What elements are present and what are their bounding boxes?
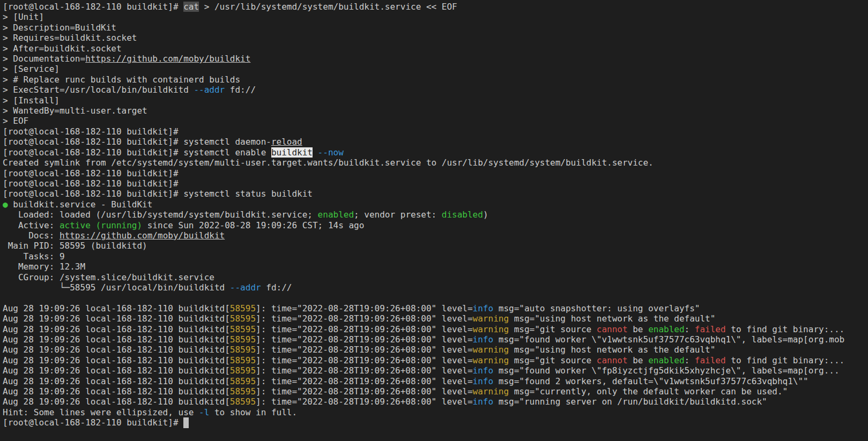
terminal-text: [root@local-168-182-110 buildkit]# syste… [3,189,313,199]
command-text: > /usr/lib/systemd/system/buildkit.servi… [199,2,457,12]
terminal-text: enabled [648,324,684,334]
pid: 58595 [230,386,256,397]
terminal-text: ]: time="2022-08-28T19:09:26+08:00" leve… [256,376,473,386]
terminal-text: ]: time="2022-08-28T19:09:26+08:00" leve… [256,334,473,345]
prompt: [root@local-168-182-110 buildkit]# [3,178,179,189]
terminal-text: > WantedBy=multi-user.target [3,106,147,116]
terminal-text: ]: time="2022-08-28T19:09:26+08:00" leve… [256,397,473,407]
terminal-line: > Requires=buildkit.socket [3,33,868,43]
terminal-output: [root@local-168-182-110 buildkit]# cat >… [3,2,868,428]
terminal-line: Aug 28 19:09:26 local-168-182-110 buildk… [3,324,868,334]
terminal-text: enabled [648,355,684,365]
flag-l: -l [199,407,209,417]
terminal-line: Docs: https://github.com/moby/buildkit [3,230,868,241]
tasks-count: Tasks: 9 [3,251,65,261]
log-level-info: info [473,303,494,313]
terminal-line: > [Install] [3,95,868,106]
terminal-line: Hint: Some lines were ellipsized, use -l… [3,407,868,417]
log-level-info: info [473,365,494,376]
terminal-line: [root@local-168-182-110 buildkit]# syste… [3,147,868,158]
terminal-line: Memory: 12.3M [3,261,868,272]
terminal-line: [root@local-168-182-110 buildkit]# syste… [3,189,868,199]
terminal-line: > Description=BuildKit [3,23,868,33]
pid: 58595 [230,365,256,376]
cgroup-path: CGroup: /system.slice/buildkit.service [3,272,214,282]
terminal-text: [root@local-168-182-110 buildkit]# syste… [3,137,271,147]
service-title: buildkit.service - BuildKit [8,199,153,210]
terminal-line: Created symlink from /etc/systemd/system… [3,158,868,168]
pid: 58595 [230,376,256,386]
terminal-text: Aug 28 19:09:26 local-168-182-110 buildk… [3,355,230,365]
terminal-text: : [685,324,695,334]
terminal-line: Aug 28 19:09:26 local-168-182-110 buildk… [3,313,868,324]
flag-now: --now [318,147,344,158]
terminal-text: ]: time="2022-08-28T19:09:26+08:00" leve… [256,355,473,365]
terminal-text: > After=buildkit.socket [3,43,122,54]
terminal-text: to find git binary:... [726,324,845,334]
terminal-text: to find git binary:... [726,355,845,365]
doc-url-link[interactable]: https://github.com/moby/buildkit [60,230,225,241]
log-level-warning: warning [473,355,509,365]
pid: 58595 [230,334,256,345]
terminal-line: > [Service] [3,64,868,74]
main-pid: Main PID: 58595 (buildkitd) [3,241,147,251]
log-level-info: info [473,334,494,345]
terminal-text: Docs: [3,230,60,241]
status-dot: ● [3,199,8,210]
log-level-warning: warning [473,324,509,334]
terminal-text: : [685,355,695,365]
log-level-warning: warning [473,345,509,355]
terminal-line: Aug 28 19:09:26 local-168-182-110 buildk… [3,303,868,313]
terminal-line: Aug 28 19:09:26 local-168-182-110 buildk… [3,355,868,365]
highlighted-command: cat [183,2,199,12]
active-state: active (running) [60,220,142,230]
terminal-text: Created symlink from /etc/systemd/system… [3,158,654,168]
terminal-text: cannot [597,355,628,365]
pid: 58595 [230,324,256,334]
terminal-text: Aug 28 19:09:26 local-168-182-110 buildk… [3,313,230,324]
terminal-text: Aug 28 19:09:26 local-168-182-110 buildk… [3,345,230,355]
terminal-text: msg="using host network as the default" [509,345,715,355]
enabled-state: enabled [318,210,354,220]
terminal-text: failed [695,355,726,365]
terminal-line: Loaded: loaded (/usr/lib/systemd/system/… [3,210,868,220]
doc-url-link[interactable]: https://github.com/moby/buildkit [85,54,250,64]
terminal-text: > EOF [3,116,28,126]
terminal-line: Tasks: 9 [3,251,868,261]
terminal-window[interactable]: [root@local-168-182-110 buildkit]# cat >… [0,0,868,441]
terminal-text: reload [271,137,302,147]
log-level-warning: warning [473,313,509,324]
terminal-line: └─58595 /usr/local/bin/buildkitd --addr … [3,282,868,293]
terminal-text: msg="git source [509,355,597,365]
terminal-text: > ExecStart=/usr/local/bin/buildkitd [3,85,194,95]
pid: 58595 [230,345,256,355]
terminal-text: ; vendor preset: [354,210,442,220]
terminal-line: > Documentation=https://github.com/moby/… [3,54,868,64]
terminal-text: msg="found worker \"v1wwtsnk5uf37577c63v… [493,334,844,345]
terminal-text: > [Install] [3,95,60,106]
terminal-text: msg="found worker \"fp8iyzctjfg5dkik5xhy… [493,365,839,376]
terminal-line: > [Unit] [3,12,868,22]
terminal-line [3,293,868,303]
terminal-text: since Sun 2022-08-28 19:09:26 CST; 14s a… [142,220,364,230]
terminal-text: msg="currently, only the default worker … [509,386,788,397]
flag-addr: --addr [230,282,261,293]
terminal-text: Active: [3,220,60,230]
terminal-text: msg="found 2 workers, default=\"v1wwtsnk… [493,376,808,386]
terminal-text: be [628,355,649,365]
terminal-text: Loaded: loaded (/usr/lib/systemd/system/… [3,210,318,220]
terminal-text: ]: time="2022-08-28T19:09:26+08:00" leve… [256,365,473,376]
vendor-preset-state: disabled [442,210,483,220]
terminal-text: > [Service] [3,64,60,74]
terminal-text: [root@local-168-182-110 buildkit]# syste… [3,147,271,158]
terminal-text: Aug 28 19:09:26 local-168-182-110 buildk… [3,386,230,397]
terminal-line: Aug 28 19:09:26 local-168-182-110 buildk… [3,376,868,386]
log-level-info: info [473,376,494,386]
terminal-text: failed [695,324,726,334]
terminal-line: ● buildkit.service - BuildKit [3,199,868,210]
terminal-text: msg="running server on /run/buildkit/bui… [493,397,767,407]
terminal-text: └─58595 /usr/local/bin/buildkitd [3,282,230,293]
terminal-text: Aug 28 19:09:26 local-168-182-110 buildk… [3,324,230,334]
terminal-text: Aug 28 19:09:26 local-168-182-110 buildk… [3,397,230,407]
pid: 58595 [230,313,256,324]
